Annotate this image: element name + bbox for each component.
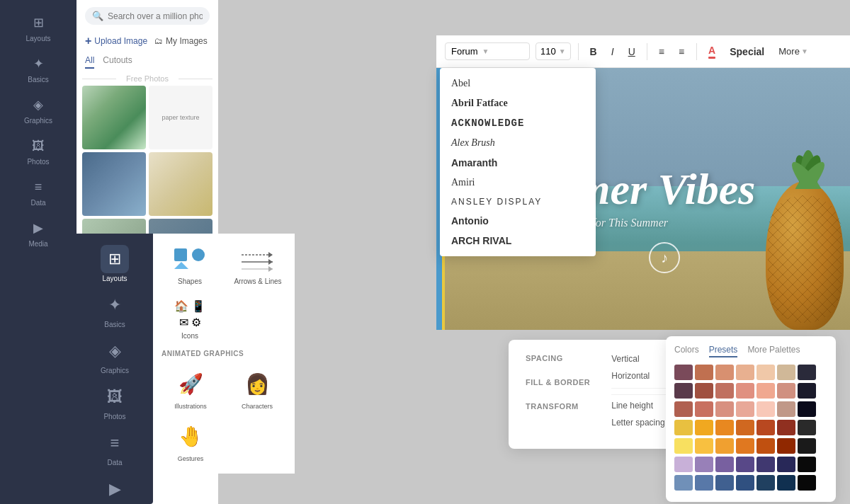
swatch[interactable] [736,383,754,399]
tab-more-palettes[interactable]: More Palettes [747,345,800,357]
swatch[interactable] [777,475,795,491]
sidebar-item-graphics[interactable]: ◈ Graphics [0,89,76,130]
list-item[interactable]: paper texture [149,86,212,149]
swatch[interactable] [777,383,795,399]
swatch[interactable] [674,365,693,380]
font-option-abel[interactable]: Abel [440,74,596,93]
sidebar-item-layouts[interactable]: ⊞ Layouts [0,7,76,48]
search-input[interactable] [108,11,203,21]
swatch[interactable] [798,420,816,435]
font-option-alex-brush[interactable]: Alex Brush [440,133,596,153]
font-option-ansley[interactable]: ANSLEY DISPLAY [440,193,596,211]
swatch[interactable] [777,438,795,454]
swatch[interactable] [715,420,734,435]
my-images-button[interactable]: 🗂 My Images [154,36,208,46]
sidebar-item-data[interactable]: ≡ Data [0,171,76,212]
sidebar-item-media[interactable]: ▶ Media [0,212,76,253]
swatch[interactable] [756,475,775,491]
underline-button[interactable]: U [624,43,640,60]
swatch[interactable] [736,365,754,380]
font-selector[interactable]: Forum ▼ [445,42,530,60]
swatch[interactable] [674,401,693,417]
sidebar-item-basics[interactable]: ✦ Basics [0,48,76,89]
italic-button[interactable]: I [607,43,618,60]
swatch[interactable] [756,457,775,472]
sidebar-item-layouts-2[interactable]: ⊞ Layouts [76,241,153,287]
font-size-selector[interactable]: 110 ▼ [536,42,571,60]
sidebar-item-data-2[interactable]: ≡ Data [76,425,153,471]
swatch[interactable] [715,457,734,472]
tab-cutouts[interactable]: Cutouts [103,53,132,69]
sidebar-item-basics-2[interactable]: ✦ Basics [76,287,153,333]
font-option-amiri[interactable]: Amiri [440,173,596,193]
swatch[interactable] [695,475,713,491]
swatch[interactable] [736,401,754,417]
sidebar-item-photos[interactable]: 🖼 Photos [0,130,76,171]
list-item[interactable] [82,152,146,216]
swatch[interactable] [715,383,734,399]
font-option-acknowledge[interactable]: ACKNOWLEDGE [440,113,596,133]
swatch[interactable] [674,420,693,435]
list-item[interactable] [82,86,146,149]
swatch[interactable] [798,438,816,454]
swatch[interactable] [695,401,713,417]
swatch[interactable] [674,457,693,472]
tab-colors[interactable]: Colors [674,345,699,357]
upload-image-button[interactable]: + Upload Image [85,35,147,47]
icons-item[interactable]: 🏠 📱 ✉ ⚙ Icons [159,295,221,344]
shapes-item[interactable]: Shapes [159,242,221,290]
font-color-button[interactable]: A [704,42,720,62]
swatch[interactable] [674,475,693,491]
swatch[interactable] [695,457,713,472]
align-center-button[interactable]: ≡ [674,43,689,60]
more-button[interactable]: More ▼ [774,43,812,59]
sidebar-item-graphics-2[interactable]: ◈ Graphics [76,333,153,379]
swatch[interactable] [756,365,775,380]
font-option-abril[interactable]: Abril Fatface [440,93,596,113]
illustrations-icon: 🚀 [173,366,208,401]
swatch[interactable] [715,365,734,380]
bold-button[interactable]: B [586,43,601,60]
swatch[interactable] [756,383,775,399]
swatch[interactable] [736,457,754,472]
tab-presets[interactable]: Presets [709,345,738,357]
swatch[interactable] [777,420,795,435]
swatch[interactable] [756,401,775,417]
swatch[interactable] [798,457,816,472]
swatch[interactable] [798,365,816,380]
swatch[interactable] [695,438,713,454]
swatch[interactable] [695,420,713,435]
sidebar-item-media-2[interactable]: ▶ Media [76,471,153,504]
swatch[interactable] [695,365,713,380]
list-item[interactable] [149,152,212,216]
swatch[interactable] [798,475,816,491]
illustrations-item[interactable]: 🚀 Illustrations [159,363,222,413]
font-option-arch-rival[interactable]: ARCH RIVAL [440,231,596,251]
arrows-item[interactable]: Arrows & Lines [227,242,289,290]
font-option-amaranth[interactable]: Amaranth [440,153,596,173]
gestures-item[interactable]: 🤚 Gestures [159,416,222,465]
search-bar[interactable]: 🔍 [85,7,210,25]
font-option-antonio[interactable]: Antonio [440,211,596,231]
swatch[interactable] [695,383,713,399]
swatch[interactable] [777,365,795,380]
swatch[interactable] [715,438,734,454]
swatch[interactable] [674,383,693,399]
swatch[interactable] [756,420,775,435]
characters-item[interactable]: 👩 Characters [225,363,289,413]
swatch[interactable] [715,401,734,417]
swatch[interactable] [736,420,754,435]
swatch[interactable] [798,383,816,399]
swatch[interactable] [756,438,775,454]
swatch[interactable] [777,457,795,472]
swatch[interactable] [674,438,693,454]
sidebar-item-photos-2[interactable]: 🖼 Photos [76,379,153,425]
swatch[interactable] [715,475,734,491]
swatch[interactable] [798,401,816,417]
tab-all[interactable]: All [85,53,94,69]
swatch[interactable] [736,438,754,454]
special-button[interactable]: Special [725,43,769,60]
swatch[interactable] [736,475,754,491]
align-left-button[interactable]: ≡ [654,43,669,60]
swatch[interactable] [777,401,795,417]
